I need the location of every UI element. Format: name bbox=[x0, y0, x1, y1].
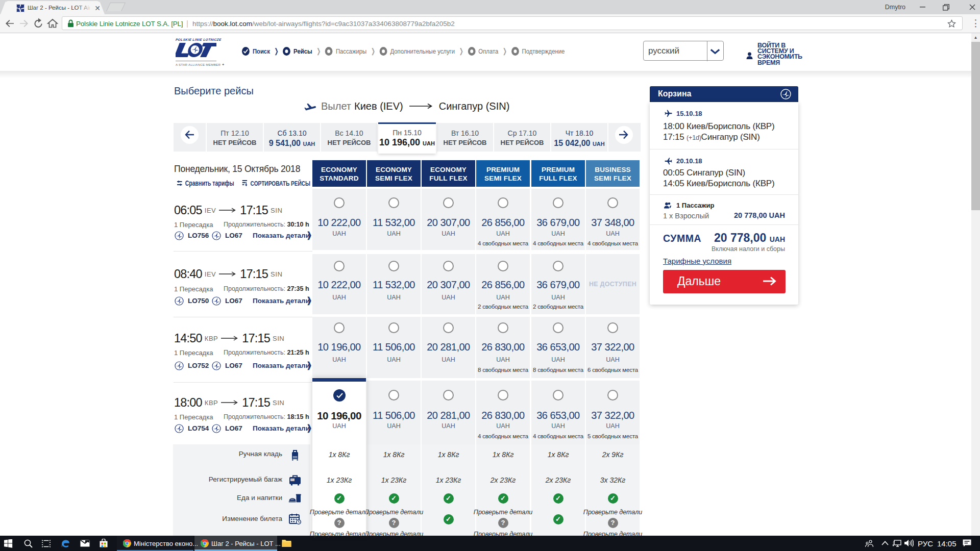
svg-text:23 kg: 23 kg bbox=[291, 479, 296, 481]
